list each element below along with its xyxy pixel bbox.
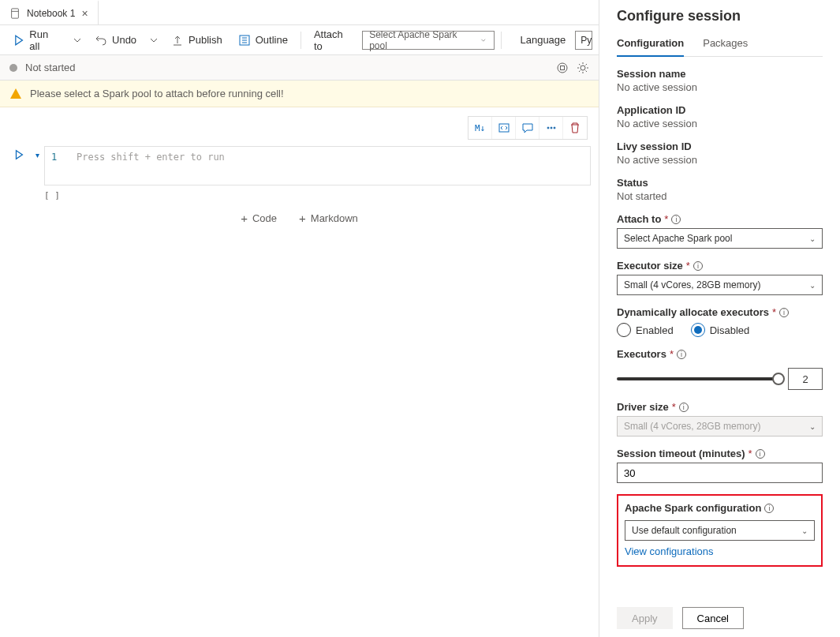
cell-toolbar: M↓ [468, 116, 588, 140]
info-icon[interactable]: i [764, 504, 774, 513]
session-name-value: No active session [617, 81, 823, 93]
run-cell-button[interactable] [8, 146, 30, 160]
info-icon[interactable]: i [671, 215, 681, 224]
executor-size-select[interactable]: Small (4 vCores, 28GB memory)⌄ [617, 275, 823, 295]
chevron-down-icon: ⌄ [809, 281, 816, 290]
status-text: Not started [25, 62, 76, 73]
svg-point-12 [551, 127, 552, 129]
attach-to-label: Attach to [314, 28, 353, 52]
outline-button[interactable]: Outline [232, 31, 294, 50]
cell-expand-button[interactable] [492, 117, 516, 139]
attach-to-label: Attach to [617, 213, 661, 225]
session-name-label: Session name [617, 68, 823, 80]
tab-packages[interactable]: Packages [703, 34, 748, 56]
code-cell[interactable]: 1 Press shift + enter to run [44, 146, 591, 185]
info-icon[interactable]: i [679, 403, 689, 412]
cell-comment-button[interactable] [516, 117, 539, 139]
svg-rect-8 [561, 66, 565, 69]
cell-area: ▾ 1 Press shift + enter to run [ ] +Code… [8, 146, 591, 225]
svg-point-13 [554, 127, 555, 129]
tab-configuration[interactable]: Configuration [617, 34, 684, 57]
chevron-down-icon [71, 34, 84, 47]
add-code-label: Code [252, 212, 277, 224]
chevron-down-icon [480, 36, 487, 44]
executor-size-value: Small (4 vCores, 28GB memory) [624, 279, 760, 290]
undo-icon [95, 34, 107, 47]
cell-more-button[interactable] [539, 117, 563, 139]
close-icon[interactable]: × [81, 7, 88, 20]
application-id-label: Application ID [617, 104, 823, 116]
run-all-dropdown[interactable] [69, 31, 85, 50]
chevron-down-icon [147, 34, 160, 47]
enabled-label: Enabled [636, 324, 674, 336]
spark-pool-value: Select Apache Spark pool [369, 29, 473, 51]
info-icon[interactable]: i [693, 261, 703, 271]
radio-icon [617, 323, 631, 337]
add-code-button[interactable]: +Code [241, 212, 277, 225]
warning-banner: Please select a Spark pool to attach bef… [0, 81, 599, 107]
session-timeout-input[interactable] [617, 463, 823, 483]
executors-value[interactable]: 2 [788, 368, 823, 390]
dyn-alloc-label: Dynamically allocate executors [617, 306, 769, 318]
notebook-tab[interactable]: Notebook 1 × [0, 0, 99, 24]
driver-size-select: Small (4 vCores, 28GB memory)⌄ [617, 416, 823, 437]
outline-icon [238, 34, 251, 47]
spark-config-highlight: Apache Spark configurationi Use default … [617, 494, 823, 567]
toolbar: Run all Undo Publish Outline Attach to S… [0, 25, 599, 55]
run-cell-dropdown[interactable]: ▾ [30, 146, 44, 159]
driver-size-value: Small (4 vCores, 28GB memory) [624, 421, 760, 432]
stop-icon[interactable] [556, 62, 569, 74]
undo-dropdown[interactable] [146, 31, 162, 50]
spark-config-label: Apache Spark configuration [625, 502, 761, 514]
output-indicator: [ ] [44, 190, 591, 200]
undo-button[interactable]: Undo [88, 31, 143, 50]
language-value: Py [581, 35, 592, 46]
info-icon[interactable]: i [677, 350, 686, 359]
status-dot-icon [9, 64, 17, 72]
view-configurations-link[interactable]: View configurations [625, 545, 714, 557]
apply-button: Apply [617, 607, 673, 629]
livy-session-label: Livy session ID [617, 141, 823, 152]
convert-markdown-button[interactable]: M↓ [469, 117, 492, 139]
add-markdown-button[interactable]: +Markdown [299, 212, 358, 225]
divider [501, 32, 502, 49]
panel-title: Configure session [617, 8, 823, 24]
warning-text: Please select a Spark pool to attach bef… [30, 88, 284, 99]
svg-point-11 [547, 127, 549, 129]
svg-point-7 [558, 63, 567, 73]
radio-icon [691, 323, 705, 337]
spark-config-select[interactable]: Use default configuration⌄ [625, 520, 815, 541]
run-all-label: Run all [29, 28, 60, 52]
cell-delete-button[interactable] [563, 117, 587, 139]
status-bar: Not started [0, 55, 599, 81]
language-select[interactable]: Py [575, 31, 592, 50]
svg-point-9 [581, 66, 585, 70]
divider [301, 32, 301, 49]
dyn-alloc-enabled-radio[interactable]: Enabled [617, 323, 674, 337]
info-icon[interactable]: i [756, 449, 765, 459]
livy-session-value: No active session [617, 154, 823, 166]
executors-slider[interactable] [617, 377, 778, 380]
notebook-icon [9, 8, 21, 19]
svg-marker-2 [16, 36, 23, 44]
line-number: 1 [51, 152, 57, 163]
run-all-button[interactable]: Run all [6, 25, 66, 55]
spark-config-value: Use default configuration [632, 525, 737, 536]
info-icon[interactable]: i [779, 308, 789, 317]
publish-button[interactable]: Publish [165, 31, 229, 50]
slider-thumb[interactable] [772, 373, 785, 385]
settings-icon[interactable] [577, 62, 589, 74]
status-value: Not started [617, 190, 823, 202]
spark-pool-select[interactable]: Select Apache Spark pool [362, 31, 494, 50]
chevron-down-icon: ⌄ [809, 234, 816, 243]
disabled-label: Disabled [710, 324, 750, 336]
plus-icon: + [299, 212, 306, 225]
dyn-alloc-disabled-radio[interactable]: Disabled [691, 323, 750, 337]
executors-label: Executors [617, 348, 666, 360]
language-label: Language [520, 34, 566, 46]
publish-label: Publish [189, 34, 222, 46]
attach-to-value: Select Apache Spark pool [624, 233, 732, 244]
cancel-button[interactable]: Cancel [682, 607, 744, 629]
attach-to-select[interactable]: Select Apache Spark pool⌄ [617, 228, 823, 249]
panel-footer: Apply Cancel [617, 607, 744, 629]
